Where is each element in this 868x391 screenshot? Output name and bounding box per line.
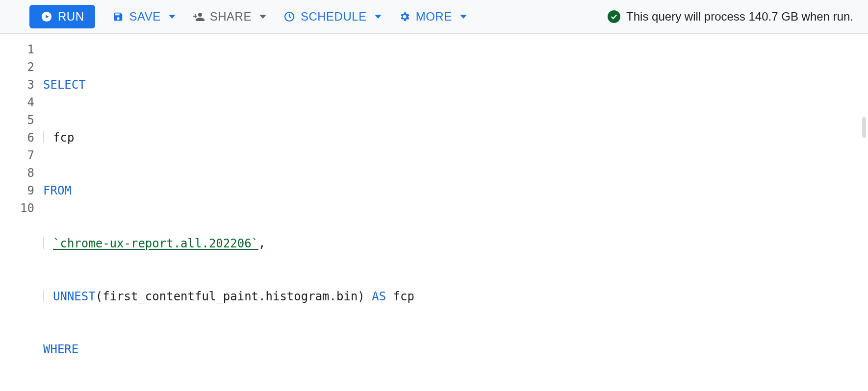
chevron-down-icon bbox=[169, 15, 176, 19]
validation-text: This query will process 140.7 GB when ru… bbox=[626, 10, 853, 24]
person-add-icon bbox=[192, 10, 205, 23]
sql-editor[interactable]: 1 2 3 4 5 6 7 8 9 10 SELECT fcp FROM `ch… bbox=[0, 34, 868, 391]
svg-point-2 bbox=[198, 13, 202, 17]
share-button[interactable]: SHARE bbox=[192, 10, 266, 24]
more-button[interactable]: MORE bbox=[398, 10, 467, 24]
save-label: SAVE bbox=[129, 10, 161, 24]
clock-icon bbox=[283, 10, 296, 23]
share-label: SHARE bbox=[210, 10, 252, 24]
schedule-button[interactable]: SCHEDULE bbox=[283, 10, 382, 24]
line-gutter: 1 2 3 4 5 6 7 8 9 10 bbox=[0, 34, 43, 391]
run-button[interactable]: RUN bbox=[29, 5, 95, 28]
check-circle-icon bbox=[608, 10, 620, 23]
save-icon bbox=[112, 10, 125, 23]
run-label: RUN bbox=[58, 10, 84, 24]
chevron-down-icon bbox=[460, 15, 467, 19]
save-button[interactable]: SAVE bbox=[112, 10, 176, 24]
schedule-label: SCHEDULE bbox=[301, 10, 367, 24]
chevron-down-icon bbox=[375, 15, 382, 19]
gear-icon bbox=[398, 10, 411, 23]
query-validation: This query will process 140.7 GB when ru… bbox=[608, 10, 853, 24]
code-area[interactable]: SELECT fcp FROM `chrome-ux-report.all.20… bbox=[43, 34, 868, 391]
scrollbar-thumb[interactable] bbox=[862, 117, 866, 138]
more-label: MORE bbox=[416, 10, 452, 24]
query-toolbar: RUN SAVE SHARE SCHEDULE MORE This qu bbox=[0, 0, 868, 34]
play-icon bbox=[40, 10, 53, 23]
chevron-down-icon bbox=[259, 15, 266, 19]
